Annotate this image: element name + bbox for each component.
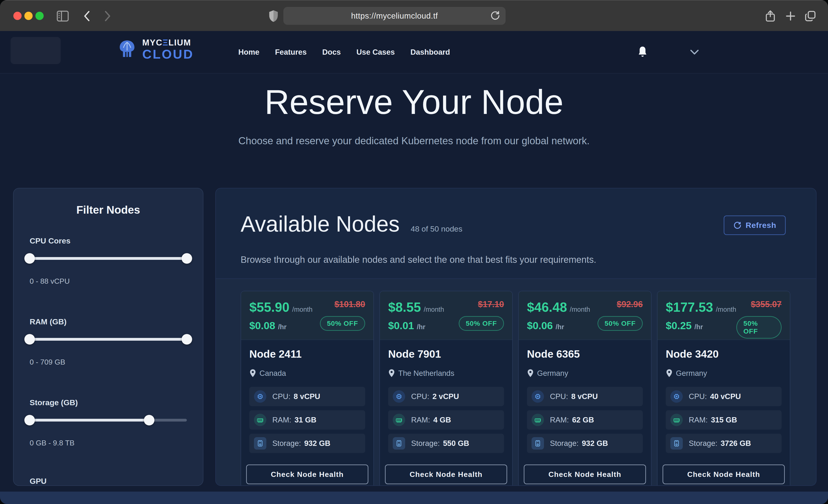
ram-icon xyxy=(670,414,683,426)
per-month: /month xyxy=(716,306,736,313)
cpu-value: 8 vCPU xyxy=(294,392,320,401)
storage-value: 932 GB xyxy=(582,439,608,448)
ram-slider[interactable] xyxy=(30,334,187,345)
slider-handle-high[interactable] xyxy=(144,415,155,425)
storage-icon xyxy=(532,437,544,450)
storage-label: Storage: xyxy=(689,439,717,448)
browser-toolbar: https://myceliumcloud.tf xyxy=(0,0,828,32)
slider-handle-high[interactable] xyxy=(181,253,192,264)
storage-slider[interactable] xyxy=(30,415,187,425)
card-pricing-header: $177.53/month $0.25/hr $355.07 50% OFF xyxy=(658,291,790,340)
filter-group-gpu: GPU xyxy=(30,477,187,486)
tab-overview-icon[interactable] xyxy=(803,9,817,23)
per-hour: /hr xyxy=(556,323,564,331)
back-icon[interactable] xyxy=(80,9,94,23)
chevron-down-icon[interactable] xyxy=(690,49,700,57)
slider-handle-low[interactable] xyxy=(24,415,35,425)
card-pricing-header: $46.48/month $0.06/hr $92.96 50% OFF xyxy=(519,291,651,340)
node-location: The Netherlands xyxy=(398,369,454,378)
filter-group-cpu: CPU Cores 0 - 88 vCPU xyxy=(30,237,187,286)
available-nodes-title: Available Nodes xyxy=(241,211,400,237)
close-window-button[interactable] xyxy=(13,12,22,20)
ram-label: RAM: xyxy=(550,416,569,424)
filter-panel-title: Filter Nodes xyxy=(30,204,187,216)
nodes-count-badge: 48 of 50 nodes xyxy=(411,224,462,234)
page-bottom-strip xyxy=(0,492,828,504)
cpu-icon xyxy=(670,390,683,403)
nav-link-dashboard[interactable]: Dashboard xyxy=(410,48,450,56)
brand-name-bottom: CLOUD xyxy=(142,48,194,60)
zoom-window-button[interactable] xyxy=(35,12,44,20)
check-node-health-button[interactable]: Check Node Health xyxy=(385,464,507,484)
slider-handle-low[interactable] xyxy=(24,334,35,345)
share-icon[interactable] xyxy=(763,9,777,23)
ram-label: RAM: xyxy=(689,416,708,424)
cpu-icon xyxy=(532,390,544,403)
old-price: $355.07 xyxy=(751,300,782,309)
storage-value: 3726 GB xyxy=(721,439,751,448)
price-hour: $0.08 xyxy=(249,320,275,332)
per-month: /month xyxy=(570,306,590,313)
available-nodes-panel: Available Nodes 48 of 50 nodes Refresh B… xyxy=(215,188,817,486)
nav-link-home[interactable]: Home xyxy=(238,48,259,56)
refresh-button[interactable]: Refresh xyxy=(724,215,786,235)
storage-range-text: 0 GB - 9.8 TB xyxy=(30,439,187,447)
storage-spec-row: Storage:550 GB xyxy=(388,434,504,453)
forward-icon[interactable] xyxy=(100,9,114,23)
page-title: Reserve Your Node xyxy=(0,82,828,122)
price-hour: $0.06 xyxy=(527,320,553,332)
check-node-health-button[interactable]: Check Node Health xyxy=(663,464,785,484)
browser-window: https://myceliumcloud.tf MYCΞL xyxy=(0,0,828,504)
minimize-window-button[interactable] xyxy=(24,12,33,20)
cpu-spec-row: CPU:8 vCPU xyxy=(527,387,643,406)
cpu-cores-slider[interactable] xyxy=(30,253,187,264)
cpu-label: CPU: xyxy=(689,392,707,401)
location-pin-icon xyxy=(249,369,256,378)
brand-name-top: MYCΞLIUM xyxy=(142,38,194,47)
ram-spec-row: RAM:315 GB xyxy=(666,410,782,429)
refresh-icon xyxy=(733,221,742,230)
ram-spec-row: RAM:4 GB xyxy=(388,410,504,429)
nav-link-use-cases[interactable]: Use Cases xyxy=(357,48,395,56)
price-hour: $0.25 xyxy=(666,320,692,332)
brand-logo[interactable]: MYCΞLIUM CLOUD xyxy=(116,38,194,60)
cpu-cores-label: CPU Cores xyxy=(30,237,187,245)
ram-label: RAM: xyxy=(272,416,291,424)
bell-icon[interactable] xyxy=(636,45,649,60)
ram-value: 315 GB xyxy=(711,416,737,424)
node-name: Node 2411 xyxy=(249,348,365,360)
slider-handle-low[interactable] xyxy=(24,253,35,264)
cpu-value: 40 vCPU xyxy=(710,392,741,401)
url-text: https://myceliumcloud.tf xyxy=(351,11,438,20)
node-name: Node 7901 xyxy=(388,348,504,360)
navbar-placeholder xyxy=(10,37,61,64)
cpu-label: CPU: xyxy=(411,392,429,401)
per-month: /month xyxy=(292,306,313,313)
per-hour: /hr xyxy=(278,323,287,331)
shield-icon[interactable] xyxy=(266,9,280,23)
ram-spec-row: RAM:62 GB xyxy=(527,410,643,429)
address-bar[interactable]: https://myceliumcloud.tf xyxy=(283,7,506,25)
nav-link-docs[interactable]: Docs xyxy=(322,48,341,56)
per-hour: /hr xyxy=(417,323,425,331)
cpu-label: CPU: xyxy=(550,392,568,401)
slider-fill xyxy=(30,257,187,260)
cpu-spec-row: CPU:40 vCPU xyxy=(666,387,782,406)
sidebar-toggle-icon[interactable] xyxy=(56,9,70,23)
gpu-checkbox[interactable] xyxy=(30,486,43,486)
slider-handle-high[interactable] xyxy=(181,334,192,345)
refresh-label: Refresh xyxy=(745,221,776,230)
check-node-health-button[interactable]: Check Node Health xyxy=(246,464,368,484)
old-price: $101.80 xyxy=(334,300,365,309)
nav-link-features[interactable]: Features xyxy=(275,48,307,56)
node-card: $177.53/month $0.25/hr $355.07 50% OFF N… xyxy=(657,291,790,486)
discount-badge: 50% OFF xyxy=(736,316,782,339)
reload-icon[interactable] xyxy=(490,10,500,23)
new-tab-icon[interactable] xyxy=(784,9,797,23)
discount-badge: 50% OFF xyxy=(320,316,365,331)
storage-label: Storage: xyxy=(550,439,579,448)
ram-icon xyxy=(393,414,405,426)
check-node-health-button[interactable]: Check Node Health xyxy=(524,464,646,484)
filter-group-storage: Storage (GB) 0 GB - 9.8 TB xyxy=(30,398,187,447)
location-pin-icon xyxy=(527,369,534,378)
